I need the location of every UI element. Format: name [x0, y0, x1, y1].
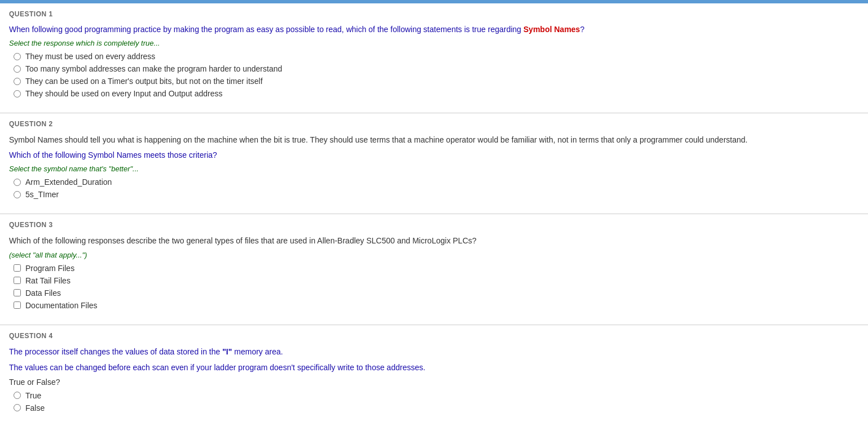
question-1-label: QUESTION 1: [9, 10, 859, 18]
list-item: Rat Tail Files: [14, 276, 859, 285]
list-item: Program Files: [14, 264, 859, 273]
question-2-option-1-radio[interactable]: [14, 179, 21, 186]
question-3-option-1-label: Program Files: [25, 264, 74, 273]
question-4-line1-post: memory area.: [232, 347, 283, 356]
question-1-option-4-label: They should be used on every Input and O…: [25, 89, 222, 98]
question-4-line1: The processor itself changes the values …: [9, 345, 859, 358]
question-1-options: They must be used on every address Too m…: [14, 52, 859, 98]
question-3-body: Which of the following responses describ…: [9, 234, 859, 247]
question-2-body: Symbol Names should tell you what is hap…: [9, 134, 859, 146]
question-3-option-4-label: Documentation Files: [25, 301, 98, 310]
list-item: Data Files: [14, 289, 859, 298]
list-item: Too many symbol addresses can make the p…: [14, 64, 859, 73]
question-3-option-4-checkbox[interactable]: [14, 301, 21, 309]
question-2-option-2-label: 5s_TImer: [25, 190, 59, 199]
question-1-option-1-radio[interactable]: [14, 53, 21, 60]
list-item: 5s_TImer: [14, 190, 859, 199]
question-4-true-false: True or False?: [9, 378, 859, 387]
question-3-section: QUESTION 3 Which of the following respon…: [0, 214, 868, 325]
question-1-option-3-label: They can be used on a Timer's output bit…: [25, 77, 263, 86]
question-2-text: Which of the following Symbol Names meet…: [9, 149, 859, 161]
question-1-option-4-radio[interactable]: [14, 90, 21, 97]
question-1-text-bold: Symbol Names: [523, 25, 580, 34]
question-1-option-2-label: Too many symbol addresses can make the p…: [25, 64, 282, 73]
question-1-option-1-label: They must be used on every address: [25, 52, 155, 61]
list-item: False: [14, 403, 859, 412]
question-3-option-2-checkbox[interactable]: [14, 277, 21, 284]
question-2-section: QUESTION 2 Symbol Names should tell you …: [0, 113, 868, 214]
question-3-option-3-checkbox[interactable]: [14, 289, 21, 296]
question-3-label: QUESTION 3: [9, 221, 859, 229]
question-3-instruction: (select "all that apply..."): [9, 251, 859, 259]
question-2-options: Arm_Extended_Duration 5s_TImer: [14, 178, 859, 199]
question-2-option-1-label: Arm_Extended_Duration: [25, 178, 112, 187]
question-3-option-3-label: Data Files: [25, 289, 61, 298]
list-item: They must be used on every address: [14, 52, 859, 61]
question-1-section: QUESTION 1 When following good programmi…: [0, 3, 868, 113]
question-3-option-1-checkbox[interactable]: [14, 264, 21, 272]
question-2-label: QUESTION 2: [9, 120, 859, 128]
question-4-options: True False: [14, 391, 859, 412]
question-1-option-2-radio[interactable]: [14, 65, 21, 73]
question-2-option-2-radio[interactable]: [14, 191, 21, 198]
question-1-text-end: ?: [580, 25, 584, 34]
question-4-line1-pre: The processor itself changes the values …: [9, 347, 222, 356]
question-1-text: When following good programming practice…: [9, 24, 859, 36]
question-1-instruction: Select the response which is completely …: [9, 39, 859, 47]
question-4-option-false-radio[interactable]: [14, 404, 21, 411]
list-item: They can be used on a Timer's output bit…: [14, 77, 859, 86]
question-4-option-true-radio[interactable]: [14, 392, 21, 399]
question-3-options: Program Files Rat Tail Files Data Files …: [14, 264, 859, 310]
question-3-option-2-label: Rat Tail Files: [25, 276, 71, 285]
question-4-label: QUESTION 4: [9, 332, 859, 340]
list-item: Documentation Files: [14, 301, 859, 310]
question-2-instruction: Select the symbol name that's "better"..…: [9, 165, 859, 173]
question-4-section: QUESTION 4 The processor itself changes …: [0, 325, 868, 427]
question-1-text-part1: When following good programming practice…: [9, 25, 523, 34]
question-4-option-true-label: True: [25, 391, 41, 400]
question-1-option-3-radio[interactable]: [14, 78, 21, 85]
question-4-option-false-label: False: [25, 403, 45, 412]
list-item: True: [14, 391, 859, 400]
question-4-highlight: "I": [222, 347, 232, 356]
question-4-line2: The values can be changed before each sc…: [9, 361, 859, 374]
list-item: They should be used on every Input and O…: [14, 89, 859, 98]
list-item: Arm_Extended_Duration: [14, 178, 859, 187]
